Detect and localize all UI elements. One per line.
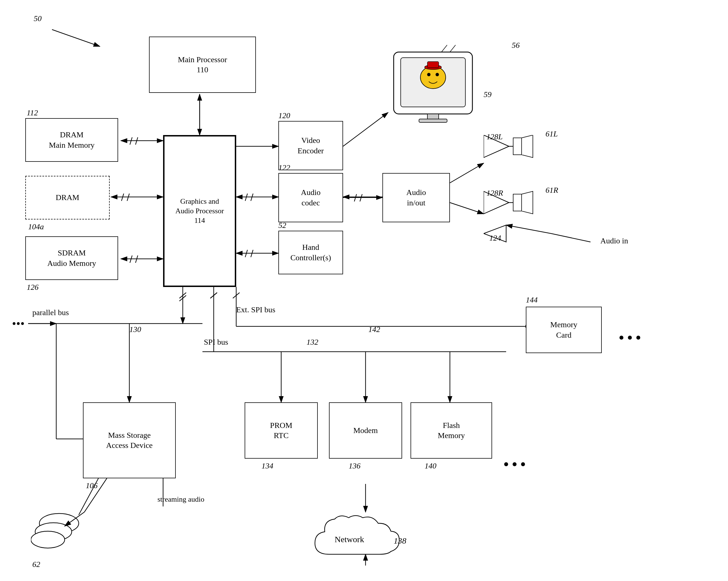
ref-136: 136	[349, 461, 361, 471]
svg-marker-69	[522, 135, 533, 157]
svg-line-37	[210, 293, 217, 298]
flash-memory-label: FlashMemory	[438, 420, 465, 441]
svg-point-29	[21, 322, 24, 325]
video-encoder-label: VideoEncoder	[297, 135, 323, 156]
flash-memory-box: FlashMemory	[411, 402, 492, 459]
svg-line-22	[450, 203, 484, 214]
svg-line-19	[251, 194, 253, 201]
svg-line-81	[360, 194, 362, 201]
svg-line-16	[343, 112, 388, 146]
ref-138: 138	[394, 536, 406, 546]
svg-line-13	[130, 255, 132, 263]
ext-spi-bus-label: Ext. SPI bus	[236, 305, 275, 314]
arrows-svg	[0, 0, 728, 581]
diagram: 50 Main Processor110 Graphics andAudio P…	[0, 0, 728, 581]
svg-line-33	[179, 293, 186, 298]
ref-142: 142	[368, 325, 380, 334]
spi-bus-label: SPI bus	[204, 338, 228, 347]
audio-inout-label: Audioin/out	[406, 187, 426, 208]
ref-132: 132	[307, 338, 318, 347]
modem-box: Modem	[329, 402, 402, 459]
dram-main-box: DRAMMain Memory	[25, 118, 118, 162]
ref-130: 130	[129, 325, 141, 334]
ref-52: 52	[278, 221, 286, 230]
svg-line-4	[52, 29, 100, 46]
video-encoder-box: VideoEncoder	[278, 121, 343, 170]
mass-storage-label: Mass StorageAccess Device	[106, 430, 153, 451]
discs-62	[31, 501, 87, 557]
dram-label: DRAM	[56, 193, 79, 203]
modem-label: Modem	[353, 425, 378, 435]
ref-128R: 128R	[487, 188, 503, 198]
network-cloud	[307, 512, 430, 569]
memory-card-label: MemoryCard	[550, 320, 577, 340]
audio-codec-label: Audiocodec	[301, 187, 320, 208]
ref-104a: 104a	[28, 222, 44, 231]
svg-point-60	[436, 73, 439, 76]
mass-storage-box: Mass StorageAccess Device	[83, 402, 176, 478]
svg-line-65	[441, 45, 447, 52]
svg-point-49	[513, 462, 517, 466]
ref-56: 56	[512, 41, 520, 50]
dram-main-label: DRAMMain Memory	[49, 130, 95, 150]
ref-134: 134	[261, 461, 273, 471]
svg-rect-64	[419, 119, 447, 122]
dram-box: DRAM	[25, 176, 110, 220]
ref-61R: 61R	[546, 186, 558, 195]
svg-point-50	[521, 462, 525, 466]
svg-point-31	[12, 322, 16, 325]
extra-arrows	[0, 0, 728, 581]
ref-50: 50	[34, 14, 42, 23]
ref-106: 106	[86, 481, 98, 490]
ref-122: 122	[278, 163, 290, 172]
svg-point-48	[504, 462, 508, 466]
main-processor-box: Main Processor110	[149, 36, 256, 93]
svg-rect-68	[513, 138, 522, 155]
svg-line-18	[245, 194, 248, 201]
svg-rect-63	[427, 114, 439, 119]
parallel-bus-label: parallel bus	[32, 308, 69, 317]
svg-line-80	[354, 194, 357, 201]
network-label: Network	[335, 535, 364, 544]
ref-128L: 128L	[487, 132, 503, 141]
svg-line-82	[179, 296, 186, 301]
svg-point-44	[636, 336, 640, 339]
svg-point-59	[427, 73, 431, 76]
audio-inout-box: Audioin/out	[383, 173, 450, 222]
svg-line-8	[135, 137, 138, 145]
ref-61L: 61L	[546, 129, 558, 138]
audio-codec-box: Audiocodec	[278, 173, 343, 222]
hand-controller-box: HandController(s)	[278, 231, 343, 274]
sdram-box: SDRAMAudio Memory	[25, 236, 118, 280]
tv-display	[385, 44, 481, 139]
ref-59: 59	[484, 90, 492, 99]
svg-line-66	[450, 45, 456, 52]
ref-112: 112	[27, 108, 38, 117]
ref-140: 140	[424, 461, 436, 471]
prom-rtc-label: PROMRTC	[270, 420, 292, 441]
hand-controller-label: HandController(s)	[290, 242, 331, 263]
svg-rect-71	[513, 194, 522, 211]
prom-rtc-box: PROMRTC	[244, 402, 318, 459]
svg-line-83	[210, 293, 217, 298]
graphics-audio-label: Graphics andAudio Processor114	[176, 197, 224, 225]
svg-point-42	[620, 336, 623, 339]
svg-line-39	[233, 293, 240, 298]
streaming-audio-label: streaming audio	[157, 495, 204, 504]
ref-124: 124	[489, 233, 501, 243]
svg-line-26	[245, 250, 248, 257]
audio-in-label: Audio in	[600, 236, 628, 245]
memory-card-box: MemoryCard	[526, 307, 602, 353]
main-processor-label: Main Processor110	[178, 55, 227, 75]
svg-point-43	[628, 336, 632, 339]
ref-120: 120	[278, 111, 290, 120]
sdram-label: SDRAMAudio Memory	[47, 248, 96, 269]
svg-marker-72	[522, 191, 533, 214]
svg-line-14	[135, 255, 138, 263]
graphics-audio-box: Graphics andAudio Processor114	[163, 135, 236, 287]
svg-rect-62	[427, 61, 439, 68]
ref-144: 144	[526, 296, 538, 304]
svg-point-78	[31, 531, 65, 548]
svg-line-10	[122, 194, 124, 201]
svg-line-21	[450, 163, 484, 183]
